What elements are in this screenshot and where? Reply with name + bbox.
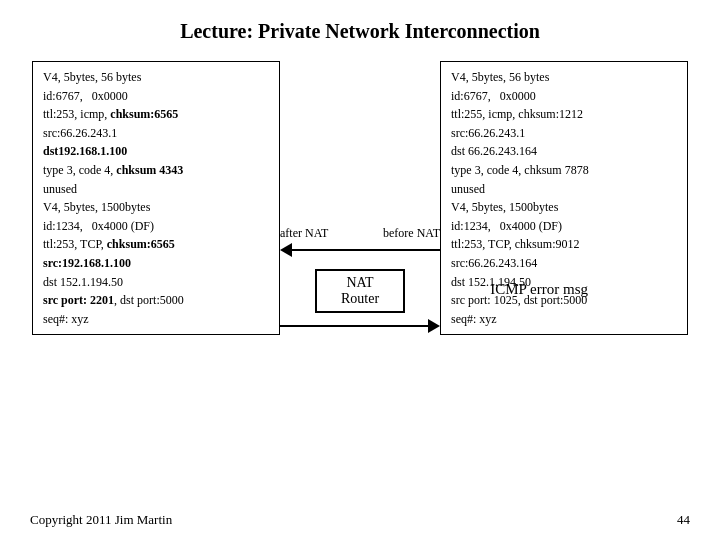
- page-number: 44: [677, 512, 690, 528]
- right-line-3: ttl:255, icmp, chksum:1212: [451, 105, 677, 124]
- page-title: Lecture: Private Network Interconnection: [30, 20, 690, 43]
- right-line-1: V4, 5bytes, 56 bytes: [451, 68, 677, 87]
- nat-labels-row: after NAT before NAT: [280, 226, 440, 241]
- left-line-3: ttl:253, icmp, chksum:6565: [43, 105, 269, 124]
- after-nat-label: after NAT: [280, 226, 328, 241]
- left-line-7: unused: [43, 180, 269, 199]
- arrow-left-row: [280, 243, 440, 257]
- arrow-right-row: [280, 319, 440, 333]
- center-panel: after NAT before NAT NATRouter ICMP erro…: [280, 226, 440, 335]
- right-line-10: ttl:253, TCP, chksum:9012: [451, 235, 677, 254]
- left-line-11: src:192.168.1.100: [43, 254, 269, 273]
- page: Lecture: Private Network Interconnection…: [0, 0, 720, 540]
- copyright-text: Copyright 2011 Jim Martin: [30, 512, 172, 528]
- left-line-5: dst192.168.1.100: [43, 142, 269, 161]
- arrowhead-right: [428, 319, 440, 333]
- right-line-5: dst 66.26.243.164: [451, 142, 677, 161]
- left-line-13: src port: 2201, dst port:5000: [43, 291, 269, 310]
- right-line-4: src:66.26.243.1: [451, 124, 677, 143]
- right-line-11: src:66.26.243.164: [451, 254, 677, 273]
- arrowhead-left: [280, 243, 292, 257]
- left-panel: V4, 5bytes, 56 bytes id:6767, 0x0000 ttl…: [32, 61, 280, 335]
- right-line-2: id:6767, 0x0000: [451, 87, 677, 106]
- nat-router-box: NATRouter: [315, 269, 405, 313]
- left-line-4: src:66.26.243.1: [43, 124, 269, 143]
- left-line-2: id:6767, 0x0000: [43, 87, 269, 106]
- before-nat-label: before NAT: [383, 226, 440, 241]
- left-line-12: dst 152.1.194.50: [43, 273, 269, 292]
- left-line-9: id:1234, 0x4000 (DF): [43, 217, 269, 236]
- left-line-8: V4, 5bytes, 1500bytes: [43, 198, 269, 217]
- left-line-14: seq#: xyz: [43, 310, 269, 329]
- icmp-error-label: ICMP error msg: [490, 281, 588, 298]
- left-packet-box: V4, 5bytes, 56 bytes id:6767, 0x0000 ttl…: [32, 61, 280, 335]
- right-line-8: V4, 5bytes, 1500bytes: [451, 198, 677, 217]
- left-line-1: V4, 5bytes, 56 bytes: [43, 68, 269, 87]
- right-line-7: unused: [451, 180, 677, 199]
- footer: Copyright 2011 Jim Martin 44: [0, 512, 720, 528]
- right-line-14: seq#: xyz: [451, 310, 677, 329]
- arrow-line-right: [280, 325, 428, 327]
- right-line-9: id:1234, 0x4000 (DF): [451, 217, 677, 236]
- arrow-line-left: [292, 249, 440, 251]
- left-line-10: ttl:253, TCP, chksum:6565: [43, 235, 269, 254]
- nat-router-wrapper: NATRouter ICMP error msg: [280, 263, 440, 313]
- left-line-6: type 3, code 4, chksum 4343: [43, 161, 269, 180]
- right-line-6: type 3, code 4, chksum 7878: [451, 161, 677, 180]
- diagram-container: V4, 5bytes, 56 bytes id:6767, 0x0000 ttl…: [30, 61, 690, 335]
